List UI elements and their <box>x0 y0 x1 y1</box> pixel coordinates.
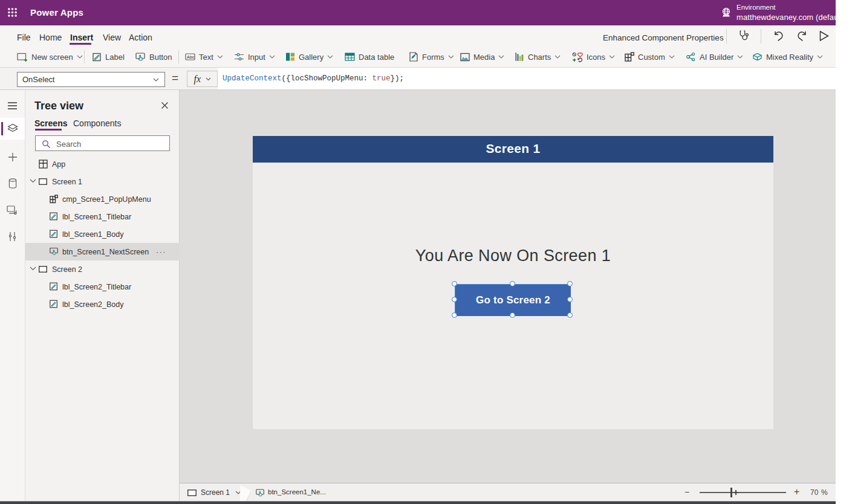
svg-text:Abc: Abc <box>187 55 195 59</box>
